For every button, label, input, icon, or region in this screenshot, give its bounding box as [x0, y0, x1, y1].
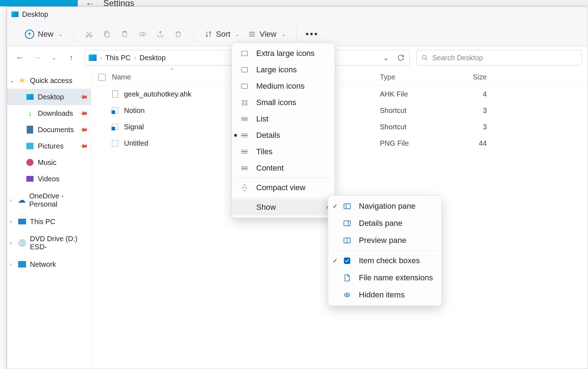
view-option-large-icons[interactable]: Large icons [232, 62, 335, 78]
pane-icon [342, 258, 352, 264]
pane-icon [342, 220, 352, 226]
share-button[interactable] [151, 25, 169, 43]
show-option-navigation-pane[interactable]: ✓Navigation pane [328, 198, 442, 215]
file-type: PNG File [380, 139, 451, 147]
sidebar-item-music[interactable]: Music [7, 154, 91, 171]
new-label: New [38, 30, 53, 39]
chevron-right-icon[interactable]: › [10, 219, 12, 224]
more-button[interactable]: ••• [303, 25, 321, 43]
show-option-hidden-items[interactable]: Hidden items [328, 286, 442, 303]
show-option-item-check-boxes[interactable]: ✓Item check boxes [328, 252, 442, 269]
chevron-right-icon[interactable]: › [10, 261, 12, 267]
chevron-down-icon: ⌄ [58, 31, 63, 37]
file-row[interactable]: Untitled2:53 PMPNG File44 [91, 135, 588, 151]
sidebar-quick-access[interactable]: ⌄ ★ Quick access [7, 72, 91, 89]
nav-recent-button[interactable]: ⌄ [47, 51, 61, 65]
svg-rect-8 [344, 221, 350, 226]
file-size: 44 [451, 139, 487, 147]
file-size: 3 [451, 123, 487, 131]
view-compact[interactable]: Compact view [232, 180, 335, 196]
cloud-icon: ☁ [18, 196, 26, 204]
address-dropdown-button[interactable]: ⌄ [381, 53, 391, 63]
download-icon: ↓ [26, 109, 34, 118]
selected-dot [234, 134, 237, 137]
view-option-icon [240, 51, 249, 56]
pictures-icon [26, 143, 33, 149]
breadcrumb-this-pc[interactable]: This PC [105, 54, 131, 62]
chevron-down-icon: ⌄ [235, 31, 239, 37]
navigation-pane: ⌄ ★ Quick access Desktop 📌 ↓ Downloads 📌… [7, 69, 91, 369]
view-option-icon [240, 150, 249, 154]
file-row[interactable]: Notion3:19 AMShortcut3 [91, 102, 588, 119]
sidebar-this-pc[interactable]: › This PC [7, 213, 91, 230]
column-size[interactable]: Size [451, 73, 487, 81]
show-option-preview-pane[interactable]: Preview pane [328, 232, 442, 249]
pin-icon: 📌 [79, 108, 89, 118]
delete-button[interactable] [169, 25, 187, 43]
window-title: Desktop [22, 10, 48, 19]
view-option-extra-large-icons[interactable]: Extra large icons [232, 45, 335, 62]
view-option-content[interactable]: Content [232, 160, 335, 176]
view-show-submenu-item[interactable]: Show › [232, 199, 335, 215]
sidebar-item-pictures[interactable]: Pictures 📌 [7, 138, 91, 154]
column-name[interactable]: Name [112, 73, 131, 81]
select-all-checkbox[interactable] [98, 74, 105, 81]
sidebar-onedrive[interactable]: › ☁ OneDrive - Personal [7, 192, 91, 208]
new-button[interactable]: + New ⌄ [21, 27, 67, 42]
pin-icon: 📌 [79, 141, 89, 151]
view-option-icon [240, 117, 249, 121]
view-dropdown-menu: Extra large iconsLarge iconsMedium icons… [232, 43, 335, 218]
search-box[interactable]: Search Desktop [416, 50, 582, 66]
nav-forward-button[interactable]: → [30, 51, 44, 65]
column-type[interactable]: Type [380, 73, 451, 81]
monitor-icon [18, 219, 26, 224]
paste-button[interactable] [116, 25, 134, 43]
view-button[interactable]: View ⌄ [244, 27, 290, 42]
file-row[interactable]: geek_autohotkey.ahk7:18 PMAHK File4 [91, 86, 588, 102]
pane-icon [342, 292, 352, 298]
sort-label: Sort [216, 30, 230, 39]
window-titlebar[interactable]: Desktop [7, 7, 588, 22]
sort-button[interactable]: Sort ⌄ [200, 27, 244, 42]
show-option-file-name-extensions[interactable]: File name extensions [328, 269, 442, 286]
show-option-details-pane[interactable]: Details pane [328, 215, 442, 232]
breadcrumb-desktop[interactable]: Desktop [139, 54, 165, 62]
file-type: AHK File [380, 90, 451, 98]
view-option-details[interactable]: Details [232, 127, 335, 144]
sidebar-item-desktop[interactable]: Desktop 📌 [7, 89, 91, 105]
background-left-strip [0, 6, 7, 369]
pane-icon [342, 274, 352, 281]
check-icon: ✓ [332, 202, 338, 210]
rename-button[interactable] [134, 25, 151, 43]
show-submenu: ✓Navigation paneDetails panePreview pane… [328, 195, 442, 306]
view-option-tiles[interactable]: Tiles [232, 144, 335, 160]
shortcut-icon [112, 124, 118, 130]
sidebar-item-documents[interactable]: Documents 📌 [7, 121, 91, 138]
file-name: Untitled [124, 139, 148, 147]
cut-button[interactable] [80, 25, 98, 43]
sidebar-dvd[interactable]: › 💿 DVD Drive (D:) ESD- [7, 235, 91, 251]
sidebar-item-videos[interactable]: Videos [7, 171, 91, 187]
image-icon [112, 140, 118, 146]
chevron-down-icon[interactable]: ⌄ [10, 78, 14, 83]
sidebar-network[interactable]: › Network [7, 256, 91, 272]
svg-point-1 [90, 35, 92, 37]
refresh-button[interactable] [396, 53, 406, 63]
column-headers[interactable]: Name ⌃ ied Type Size [91, 69, 588, 86]
chevron-down-icon: ⌄ [282, 31, 286, 37]
sidebar-item-downloads[interactable]: ↓ Downloads 📌 [7, 105, 91, 121]
view-label: View [259, 30, 276, 39]
copy-button[interactable] [98, 25, 116, 43]
view-option-icon [240, 84, 249, 89]
videos-icon [26, 176, 33, 182]
file-row[interactable]: Signal3:34 PMShortcut3 [91, 119, 588, 135]
view-option-small-icons[interactable]: Small icons [232, 94, 335, 111]
view-option-medium-icons[interactable]: Medium icons [232, 78, 335, 94]
chevron-right-icon[interactable]: › [10, 197, 12, 203]
background-settings-bar: ← Settings [0, 0, 588, 6]
view-option-list[interactable]: List [232, 111, 335, 127]
chevron-right-icon[interactable]: › [10, 240, 12, 246]
nav-back-button[interactable]: ← [13, 51, 27, 65]
nav-up-button[interactable]: ↑ [64, 51, 78, 65]
location-icon [89, 54, 97, 61]
